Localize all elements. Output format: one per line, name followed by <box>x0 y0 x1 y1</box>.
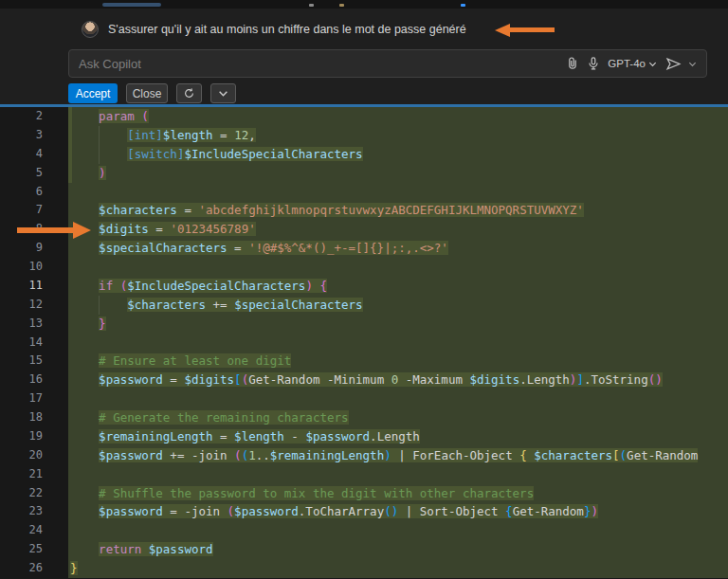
code-line-content[interactable]: # Shuffle the password to mix the digit … <box>68 484 728 503</box>
send-icon <box>665 56 682 72</box>
copilot-input[interactable] <box>79 57 562 71</box>
close-button[interactable]: Close <box>126 83 168 103</box>
mic-button[interactable] <box>583 53 604 74</box>
chat-prompt-text: S'assurer qu'il y ait au moins un chiffr… <box>108 23 466 36</box>
line-number: 6 <box>0 183 68 202</box>
code-line-content[interactable]: $characters += $specialCharacters <box>68 296 728 315</box>
tab-bar-icon <box>309 4 314 7</box>
copilot-input-box[interactable]: GPT-4o <box>68 49 707 78</box>
prompt-annotation-arrow-icon <box>495 23 555 37</box>
code-line-content[interactable]: param ( <box>68 107 728 126</box>
user-avatar <box>82 21 99 38</box>
code-line-content[interactable]: return $password <box>68 540 728 559</box>
code-line-content[interactable]: ) <box>68 164 728 183</box>
code-line-content[interactable]: } <box>68 315 728 334</box>
code-line[interactable]: 15 # Ensure at least one digit <box>0 352 728 371</box>
code-line[interactable]: 5 ) <box>0 164 728 183</box>
code-line-content[interactable] <box>68 389 728 408</box>
code-line[interactable]: 24 <box>0 521 728 540</box>
code-text: $password = -join ($password.ToCharArray… <box>99 504 598 518</box>
code-line-content[interactable]: # Generate the remaining characters <box>68 408 728 427</box>
code-line-content[interactable] <box>68 465 728 484</box>
code-text: # Shuffle the password to mix the digit … <box>99 486 534 500</box>
line-number: 16 <box>0 371 68 389</box>
line-number: 26 <box>0 559 68 578</box>
code-line[interactable]: 20 $password += -join ((1..$remainingLen… <box>0 446 728 465</box>
code-line-content[interactable]: if ($IncludeSpecialCharacters) { <box>68 277 728 296</box>
code-line-content[interactable]: $characters = 'abcdefghijklmnopqrstuvwxy… <box>68 201 728 220</box>
code-line[interactable]: 3 [int]$length = 12, <box>0 126 728 145</box>
code-line[interactable]: 13 } <box>0 315 728 334</box>
code-line[interactable]: 17 <box>0 389 728 408</box>
code-line[interactable]: 14 <box>0 334 728 353</box>
inserted-range-strip <box>68 164 72 183</box>
active-tab-hint <box>102 3 161 7</box>
code-text: $password = $digits[(Get-Random -Minimum… <box>99 372 663 387</box>
line-number: 13 <box>0 315 68 334</box>
line-number: 23 <box>0 502 68 521</box>
code-line[interactable]: 11 if ($IncludeSpecialCharacters) { <box>0 277 728 296</box>
code-line-content[interactable]: [switch]$IncludeSpecialCharacters <box>68 145 728 164</box>
code-line[interactable]: 18 # Generate the remaining characters <box>0 408 728 427</box>
send-options-button[interactable] <box>685 53 699 74</box>
attach-button[interactable] <box>562 53 583 74</box>
code-line[interactable]: 10 <box>0 258 728 277</box>
code-line[interactable]: 26} <box>0 559 728 578</box>
code-line[interactable]: 4 [switch]$IncludeSpecialCharacters <box>0 145 728 164</box>
code-line-content[interactable]: $digits = '0123456789' <box>68 220 728 239</box>
arrow-tail <box>510 27 555 32</box>
code-line[interactable]: 16 $password = $digits[(Get-Random -Mini… <box>0 371 728 389</box>
code-line-content[interactable] <box>68 334 728 353</box>
refresh-icon <box>183 87 195 100</box>
chevron-down-icon <box>688 60 697 68</box>
line-number: 21 <box>0 465 68 484</box>
code-line[interactable]: 2 param ( <box>0 107 728 126</box>
code-line[interactable]: 9 $specialCharacters = '!@#$%^&*()_+-=[]… <box>0 239 728 258</box>
microphone-icon <box>586 56 601 71</box>
code-line-content[interactable]: $password += -join ((1..$remainingLength… <box>68 446 728 465</box>
accept-button[interactable]: Accept <box>68 83 118 103</box>
code-text: $characters = 'abcdefghijklmnopqrstuvwxy… <box>99 203 584 217</box>
more-options-button[interactable] <box>210 83 236 103</box>
line-number: 9 <box>0 239 68 258</box>
indent-guide <box>99 145 100 164</box>
line-number: 25 <box>0 540 68 559</box>
code-line-content[interactable]: } <box>68 559 728 578</box>
chevron-down-icon <box>648 60 657 68</box>
code-lines: 2 param (3 [int]$length = 12,4 [switch]$… <box>0 107 728 578</box>
code-line[interactable]: 25 return $password <box>0 540 728 559</box>
code-line[interactable]: 7 $characters = 'abcdefghijklmnopqrstuvw… <box>0 201 728 220</box>
line-number: 20 <box>0 446 68 465</box>
line-number: 22 <box>0 484 68 503</box>
code-text: } <box>70 561 78 575</box>
code-line-content[interactable]: # Ensure at least one digit <box>68 352 728 371</box>
code-line-content[interactable]: [int]$length = 12, <box>68 126 728 145</box>
code-line-content[interactable] <box>68 258 728 277</box>
line-number: 10 <box>0 258 68 277</box>
tab-bar-icon <box>461 4 465 7</box>
code-text: [int]$length = 12, <box>127 128 256 142</box>
send-button[interactable] <box>663 53 683 74</box>
code-editor[interactable]: 2 param (3 [int]$length = 12,4 [switch]$… <box>0 107 728 579</box>
code-line-content[interactable]: $password = -join ($password.ToCharArray… <box>68 502 728 521</box>
model-picker[interactable]: GPT-4o <box>608 58 657 69</box>
rerun-button[interactable] <box>176 83 202 103</box>
code-line-content[interactable]: $password = $digits[(Get-Random -Minimum… <box>68 371 728 389</box>
code-line[interactable]: 6 <box>0 183 728 202</box>
code-line[interactable]: 12 $characters += $specialCharacters <box>0 296 728 315</box>
code-text: $remainingLength = $length - $password.L… <box>99 429 420 443</box>
arrow-head <box>73 222 91 239</box>
line-number: 12 <box>0 296 68 315</box>
code-line[interactable]: 19 $remainingLength = $length - $passwor… <box>0 427 728 446</box>
code-line-content[interactable] <box>68 521 728 540</box>
code-line-content[interactable]: $remainingLength = $length - $password.L… <box>68 427 728 446</box>
code-line[interactable]: 8 $digits = '0123456789' <box>0 220 728 239</box>
code-line[interactable]: 21 <box>0 465 728 484</box>
code-line-content[interactable]: $specialCharacters = '!@#$%^&*()_+-=[]{}… <box>68 239 728 258</box>
line-number: 18 <box>0 408 68 427</box>
code-text: $characters += $specialCharacters <box>127 298 362 312</box>
chat-actions-row: Accept Close <box>68 83 236 103</box>
code-line[interactable]: 22 # Shuffle the password to mix the dig… <box>0 484 728 503</box>
code-line[interactable]: 23 $password = -join ($password.ToCharAr… <box>0 502 728 521</box>
code-line-content[interactable] <box>68 183 728 202</box>
